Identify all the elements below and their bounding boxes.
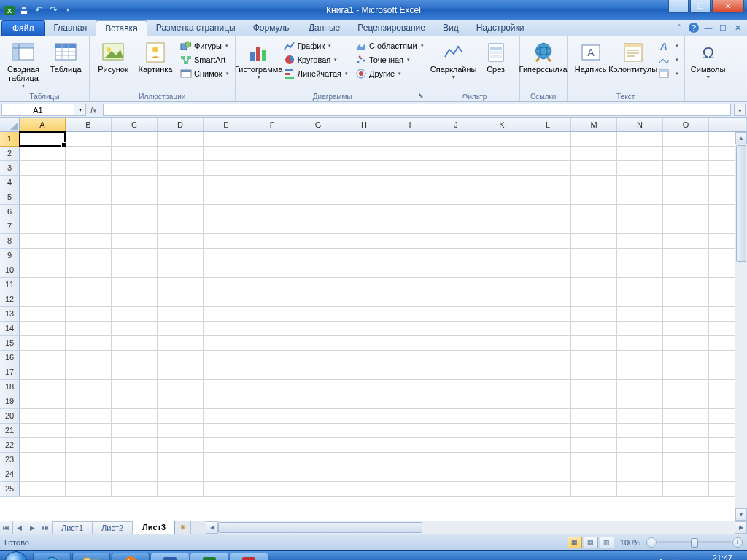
cell-C1[interactable] <box>112 132 158 147</box>
cell-I14[interactable] <box>387 322 433 336</box>
снимок-button[interactable]: Снимок▾ <box>177 67 232 80</box>
cell-B12[interactable] <box>66 292 112 307</box>
cell-L23[interactable] <box>525 453 571 467</box>
cell-O20[interactable] <box>663 409 709 424</box>
vertical-scroll-thumb[interactable] <box>736 145 746 262</box>
sheet-tab-лист3[interactable]: Лист3 <box>133 521 175 534</box>
cell-N25[interactable] <box>617 482 663 497</box>
cell-E16[interactable] <box>204 351 249 365</box>
cell-J16[interactable] <box>433 351 479 365</box>
cell-L1[interactable] <box>525 132 571 147</box>
row-header-15[interactable]: 15 <box>0 336 20 351</box>
cell-L7[interactable] <box>525 219 571 234</box>
cell-I17[interactable] <box>387 365 433 380</box>
cell-G13[interactable] <box>295 307 341 322</box>
cell-F3[interactable] <box>249 161 295 176</box>
cell-L22[interactable] <box>525 438 571 453</box>
cell-B25[interactable] <box>66 482 112 497</box>
cell-G20[interactable] <box>295 409 341 424</box>
row-header-8[interactable]: 8 <box>0 234 20 249</box>
cell-D8[interactable] <box>158 234 204 249</box>
cell-E21[interactable] <box>204 424 249 438</box>
minimize-ribbon-icon[interactable]: ˆ <box>674 23 684 33</box>
cell-D11[interactable] <box>158 278 204 292</box>
cell-M4[interactable] <box>571 176 617 190</box>
cell-H11[interactable] <box>341 278 387 292</box>
cell-C24[interactable] <box>112 467 158 482</box>
cell-G25[interactable] <box>295 482 341 497</box>
cell-D16[interactable] <box>158 351 204 365</box>
cell-I21[interactable] <box>387 424 433 438</box>
cell-D13[interactable] <box>158 307 204 322</box>
ribbon-tab-рецензирование[interactable]: Рецензирование <box>349 20 434 36</box>
cell-E23[interactable] <box>204 453 249 467</box>
smartart-button[interactable]: SmartArt <box>177 53 232 66</box>
row-header-14[interactable]: 14 <box>0 322 20 336</box>
cell-N17[interactable] <box>617 365 663 380</box>
cell-E14[interactable] <box>204 322 249 336</box>
cell-L6[interactable] <box>525 205 571 219</box>
точечная-button[interactable]: Точечная▾ <box>352 53 427 66</box>
cell-A14[interactable] <box>20 322 66 336</box>
cell-D1[interactable] <box>158 132 204 147</box>
cell-D19[interactable] <box>158 394 204 409</box>
row-header-4[interactable]: 4 <box>0 176 20 190</box>
column-header-G[interactable]: G <box>295 118 341 131</box>
cell-C10[interactable] <box>112 263 158 278</box>
спарклайны-button[interactable]: Спарклайны▼ <box>433 38 474 81</box>
ribbon-tab-надстройки[interactable]: Надстройки <box>468 20 533 36</box>
cell-J7[interactable] <box>433 219 479 234</box>
name-box[interactable]: A1 <box>1 104 74 116</box>
cell-H22[interactable] <box>341 438 387 453</box>
cell-B21[interactable] <box>66 424 112 438</box>
таблица-button[interactable]: Таблица <box>45 38 86 75</box>
cell-G5[interactable] <box>295 190 341 205</box>
cell-B10[interactable] <box>66 263 112 278</box>
cell-L17[interactable] <box>525 365 571 380</box>
cell-N20[interactable] <box>617 409 663 424</box>
cell-L2[interactable] <box>525 147 571 161</box>
cell-H14[interactable] <box>341 322 387 336</box>
cell-C19[interactable] <box>112 394 158 409</box>
cell-L13[interactable] <box>525 307 571 322</box>
cell-G7[interactable] <box>295 219 341 234</box>
cell-F20[interactable] <box>249 409 295 424</box>
cell-O6[interactable] <box>663 205 709 219</box>
row-header-1[interactable]: 1 <box>0 132 20 147</box>
cell-H5[interactable] <box>341 190 387 205</box>
dialog-launcher-icon[interactable]: ⬊ <box>417 92 425 101</box>
cell-H3[interactable] <box>341 161 387 176</box>
cell-E3[interactable] <box>204 161 249 176</box>
cell-H9[interactable] <box>341 249 387 263</box>
cell-F21[interactable] <box>249 424 295 438</box>
cell-M9[interactable] <box>571 249 617 263</box>
cell-D17[interactable] <box>158 365 204 380</box>
sheet-nav-first[interactable]: ⏮ <box>0 521 13 534</box>
redo-icon[interactable]: ↷ <box>47 4 60 17</box>
formula-input[interactable] <box>103 104 731 116</box>
cell-H20[interactable] <box>341 409 387 424</box>
cell-H21[interactable] <box>341 424 387 438</box>
cell-B2[interactable] <box>66 147 112 161</box>
scroll-right-button[interactable]: ▶ <box>735 521 747 534</box>
cell-F1[interactable] <box>249 132 295 147</box>
cell-O17[interactable] <box>663 365 709 380</box>
row-header-5[interactable]: 5 <box>0 190 20 205</box>
cell-K13[interactable] <box>479 307 525 322</box>
cell-H13[interactable] <box>341 307 387 322</box>
cell-E10[interactable] <box>204 263 249 278</box>
cell-M5[interactable] <box>571 190 617 205</box>
cell-L19[interactable] <box>525 394 571 409</box>
cell-O21[interactable] <box>663 424 709 438</box>
cell-I12[interactable] <box>387 292 433 307</box>
cell-A10[interactable] <box>20 263 66 278</box>
cell-N13[interactable] <box>617 307 663 322</box>
cell-M23[interactable] <box>571 453 617 467</box>
cell-J5[interactable] <box>433 190 479 205</box>
obj-button[interactable]: ▾ <box>655 67 681 80</box>
cell-B8[interactable] <box>66 234 112 249</box>
scroll-down-button[interactable]: ▼ <box>735 508 747 521</box>
help-icon[interactable]: ? <box>689 23 699 33</box>
cell-I13[interactable] <box>387 307 433 322</box>
cell-E22[interactable] <box>204 438 249 453</box>
